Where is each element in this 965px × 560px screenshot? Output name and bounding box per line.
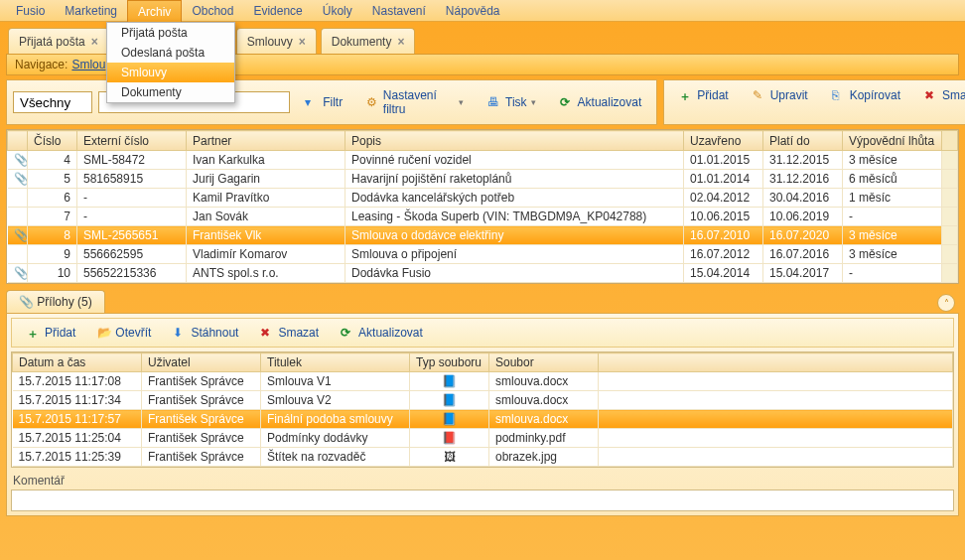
att-col-titulek[interactable]: Titulek [261, 353, 410, 372]
dropdown-prijata-posta[interactable]: Přijatá pošta [107, 23, 234, 43]
col-platido[interactable]: Platí do [763, 131, 843, 151]
table-row[interactable]: 📎5581658915Jurij GagarinHavarijní pojišt… [8, 170, 958, 189]
col-lhuta[interactable]: Výpovědní lhůta [843, 131, 942, 151]
scrollbar-cell[interactable] [942, 208, 958, 226]
scope-select[interactable] [13, 91, 92, 113]
col-cislo[interactable]: Číslo [28, 131, 77, 151]
collapse-toggle[interactable]: ˄ [937, 294, 955, 312]
cell-partner: Vladimír Komarov [187, 245, 345, 264]
cell-datum: 15.7.2015 11:17:08 [13, 372, 142, 391]
col-attach[interactable] [8, 131, 28, 151]
print-button[interactable]: Tisk [479, 91, 545, 113]
table-row[interactable]: 📎8SML-2565651František VlkSmlouva o dodá… [8, 226, 958, 245]
copy-button[interactable]: Kopírovat [823, 84, 909, 106]
scrollbar-cell[interactable] [942, 264, 958, 283]
cell-datum: 15.7.2015 11:17:34 [13, 391, 142, 410]
tab-prijata-posta[interactable]: Přijatá pošta × [8, 28, 109, 54]
menu-napoveda[interactable]: Nápověda [436, 0, 510, 22]
att-col-uzivatel[interactable]: Uživatel [142, 353, 261, 372]
att-refresh-button[interactable]: Aktualizovat [332, 322, 432, 344]
close-icon[interactable]: × [91, 35, 98, 49]
menu-nastaveni[interactable]: Nastavení [362, 0, 436, 22]
cell-lhuta: - [843, 208, 942, 226]
menu-ukoly[interactable]: Úkoly [313, 0, 362, 22]
scrollbar-cell[interactable] [942, 151, 958, 170]
menu-evidence[interactable]: Evidence [243, 0, 312, 22]
tab-dokumenty[interactable]: Dokumenty × [321, 28, 416, 54]
cell-lhuta: 3 měsíce [843, 151, 942, 170]
table-row[interactable]: 9556662595Vladimír KomarovSmlouva o přip… [8, 245, 958, 264]
scrollbar-cell[interactable] [942, 189, 958, 208]
filter-settings-button[interactable]: Nastavení filtru [357, 84, 473, 120]
table-row[interactable]: 15.7.2015 11:17:34František SprávceSmlou… [13, 391, 953, 410]
att-download-button[interactable]: Stáhnout [164, 322, 247, 344]
cell-ext: 556662595 [77, 245, 187, 264]
cell-typ: 📘 [410, 391, 489, 410]
breadcrumb-link[interactable]: Smlou [71, 58, 105, 71]
scrollbar-cell[interactable] [942, 226, 958, 245]
cell-typ: 📘 [410, 372, 489, 391]
attachments-toolbar: Přidat Otevřít Stáhnout Smazat Aktualizo… [11, 318, 954, 348]
comment-input[interactable] [11, 490, 954, 511]
cell-typ: 🖼 [410, 448, 489, 467]
close-icon[interactable]: × [299, 35, 306, 49]
col-uzavreno[interactable]: Uzavřeno [684, 131, 763, 151]
cell-uzavreno: 01.01.2014 [684, 170, 763, 189]
att-open-button[interactable]: Otevřít [88, 322, 160, 344]
menu-obchod[interactable]: Obchod [182, 0, 243, 22]
cell-lhuta: - [843, 264, 942, 283]
cell-lhuta: 3 měsíce [843, 245, 942, 264]
table-row[interactable]: 15.7.2015 11:25:04František SprávcePodmí… [13, 429, 953, 448]
cell-cislo: 9 [28, 245, 77, 264]
table-row[interactable]: 📎1055652215336ANTS spol.s r.o.Dodávka Fu… [8, 264, 958, 283]
cell-popis: Smlouva o připojení [345, 245, 684, 264]
refresh-button[interactable]: Aktualizovat [551, 91, 651, 113]
att-col-typ[interactable]: Typ souboru [410, 353, 489, 372]
scrollbar-cell[interactable] [942, 170, 958, 189]
table-row[interactable]: 15.7.2015 11:25:39František SprávceŠtíte… [13, 448, 953, 467]
att-col-soubor[interactable]: Soubor [489, 353, 599, 372]
scrollbar-cell[interactable] [942, 245, 958, 264]
plus-icon [27, 326, 41, 340]
cell-partner: Jurij Gagarin [187, 170, 345, 189]
table-row[interactable]: 15.7.2015 11:17:57František SprávceFinál… [13, 410, 953, 429]
table-row[interactable]: 15.7.2015 11:17:08František SprávceSmlou… [13, 372, 953, 391]
attachments-tab[interactable]: 📎 Přílohy (5) [6, 290, 105, 313]
menu-marketing[interactable]: Marketing [55, 0, 127, 22]
cell-platido: 15.04.2017 [763, 264, 843, 283]
menu-fusio[interactable]: Fusio [6, 0, 55, 22]
paperclip-icon [8, 189, 28, 208]
cell-soubor: obrazek.jpg [489, 448, 599, 467]
refresh-icon [341, 326, 354, 340]
dropdown-odeslana-posta[interactable]: Odeslaná pošta [107, 43, 234, 63]
tab-label: Přijatá pošta [19, 35, 85, 49]
add-button[interactable]: Přidat [670, 84, 737, 106]
cell-uzavreno: 16.07.2010 [684, 226, 763, 245]
tab-smlouvy[interactable]: Smlouvy × [236, 28, 317, 54]
col-partner[interactable]: Partner [187, 131, 345, 151]
close-icon[interactable]: × [397, 35, 404, 49]
edit-button[interactable]: Upravit [744, 84, 817, 106]
col-popis[interactable]: Popis [345, 131, 684, 151]
cell-titulek: Smlouva V1 [261, 372, 410, 391]
cell-partner: František Vlk [187, 226, 345, 245]
dropdown-smlouvy[interactable]: Smlouvy [107, 63, 234, 82]
table-row[interactable]: 6-Kamil PravítkoDodávka kancelářských po… [8, 189, 958, 208]
cell-uzavreno: 10.06.2015 [684, 208, 763, 226]
col-ext[interactable]: Externí číslo [77, 131, 187, 151]
grid-header-row: Číslo Externí číslo Partner Popis Uzavře… [8, 131, 958, 151]
menu-archiv[interactable]: Archiv [127, 0, 182, 22]
att-add-button[interactable]: Přidat [18, 322, 84, 344]
filter-button[interactable]: Filtr [296, 91, 351, 113]
att-col-datum[interactable]: Datum a čas [13, 353, 142, 372]
cell-lhuta: 1 měsíc [843, 189, 942, 208]
cell-popis: Leasing - Škoda Superb (VIN: TMBGDM9A_KP… [345, 208, 684, 226]
att-delete-button[interactable]: Smazat [251, 322, 328, 344]
table-row[interactable]: 7-Jan SovákLeasing - Škoda Superb (VIN: … [8, 208, 958, 226]
breadcrumb-label: Navigace: [15, 58, 68, 71]
dropdown-dokumenty[interactable]: Dokumenty [107, 82, 234, 102]
table-row[interactable]: 📎4SML-58472Ivan KarkulkaPovinné ručení v… [8, 151, 958, 170]
delete-button[interactable]: Smazat [915, 84, 965, 106]
paperclip-icon: 📎 [8, 170, 28, 189]
print-icon [487, 95, 501, 109]
